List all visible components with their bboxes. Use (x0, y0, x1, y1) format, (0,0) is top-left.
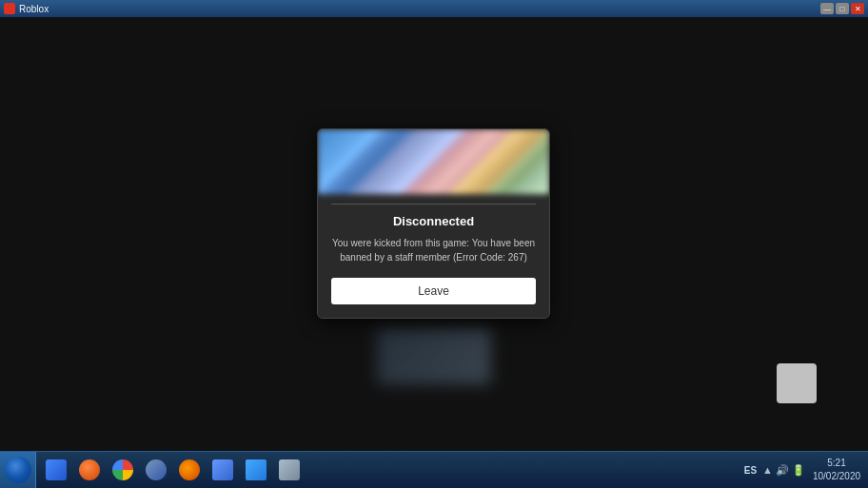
firefox-icon (179, 459, 200, 480)
volume-icon: 🔊 (776, 464, 789, 477)
start-button[interactable] (0, 452, 36, 489)
clock-time: 5:21 (827, 457, 845, 470)
folder3-icon (279, 459, 300, 480)
folder2-icon (212, 459, 233, 480)
title-bar: Roblox — □ ✕ (0, 0, 868, 17)
game-area: Disconnected You were kicked from this g… (0, 17, 868, 451)
taskbar-icons (36, 453, 739, 487)
chrome-icon (112, 459, 133, 480)
leave-button[interactable]: Leave (331, 278, 536, 304)
system-tray-icons: ▲ 🔊 🔋 (762, 464, 805, 477)
dialog-overlay: Disconnected You were kicked from this g… (0, 17, 868, 451)
taskbar-chrome-icon[interactable] (107, 453, 139, 487)
dialog-divider (331, 204, 536, 205)
network-icon: ▲ (762, 464, 773, 476)
dialog-title: Disconnected (331, 214, 536, 228)
maximize-button[interactable]: □ (836, 3, 849, 14)
minimize-button[interactable]: — (820, 3, 834, 14)
person-icon (146, 459, 167, 480)
media-icon (79, 459, 100, 480)
folder-icon (46, 459, 67, 480)
title-bar-text: Roblox (19, 4, 49, 14)
title-bar-controls: — □ ✕ (820, 3, 864, 14)
battery-icon: 🔋 (792, 464, 805, 477)
close-button[interactable]: ✕ (851, 3, 864, 14)
disconnected-dialog: Disconnected You were kicked from this g… (317, 128, 550, 319)
taskbar-firefox-icon[interactable] (173, 453, 206, 487)
dialog-content: Disconnected You were kicked from this g… (318, 194, 549, 318)
windows-icon (246, 459, 266, 480)
taskbar-windows-icon[interactable] (240, 453, 272, 487)
language-indicator: ES (744, 465, 757, 476)
taskbar-right: ES ▲ 🔊 🔋 5:21 10/02/2020 (739, 457, 868, 483)
taskbar-clock[interactable]: 5:21 10/02/2020 (811, 457, 862, 483)
clock-date: 10/02/2020 (813, 470, 860, 483)
taskbar-folder2-icon[interactable] (207, 453, 239, 487)
start-orb (5, 457, 31, 483)
dialog-message: You were kicked from this game: You have… (331, 236, 536, 264)
taskbar-folder-icon[interactable] (40, 453, 72, 487)
roblox-icon (4, 3, 15, 14)
dialog-thumbnail (318, 129, 549, 194)
taskbar-media-icon[interactable] (73, 453, 106, 487)
taskbar: ES ▲ 🔊 🔋 5:21 10/02/2020 (0, 451, 868, 488)
title-bar-left: Roblox (4, 3, 49, 14)
taskbar-user-icon[interactable] (140, 453, 172, 487)
taskbar-folder3-icon[interactable] (273, 453, 306, 487)
